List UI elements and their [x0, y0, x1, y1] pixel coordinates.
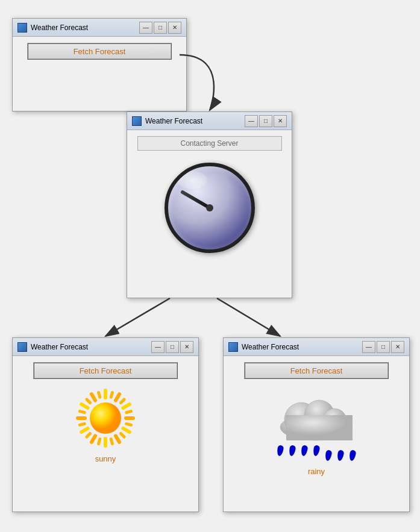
window-top-left: Weather Forecast — □ ✕ Fetch Forecast [12, 18, 187, 111]
title-bar-bottom-right: Weather Forecast — □ ✕ [224, 338, 409, 356]
svg-line-13 [121, 399, 124, 403]
close-btn-bottom-left[interactable]: ✕ [180, 341, 193, 353]
window-bottom-right: Weather Forecast — □ ✕ Fetch Forecast [223, 337, 410, 512]
arrow-middle-to-bottom-right [217, 298, 280, 336]
maximize-btn-bottom-right[interactable]: □ [377, 341, 390, 353]
title-text-top-left: Weather Forecast [31, 23, 139, 32]
svg-rect-29 [286, 415, 353, 440]
loading-gauge [165, 163, 255, 253]
sun-graphic [75, 388, 136, 448]
raindrop-6 [337, 449, 345, 461]
svg-line-22 [87, 399, 90, 403]
title-bar-middle: Weather Forecast — □ ✕ [127, 112, 292, 130]
raindrop-2 [289, 445, 296, 456]
maximize-btn-middle[interactable]: □ [259, 115, 272, 127]
gauge-center [206, 204, 213, 211]
close-btn-middle[interactable]: ✕ [274, 115, 287, 127]
window-icon-bottom-left [17, 342, 27, 352]
rain-drops [277, 445, 356, 461]
window-bottom-left: Weather Forecast — □ ✕ Fetch Forecast [12, 337, 199, 512]
window-controls-top-left: — □ ✕ [139, 22, 181, 34]
arrow-middle-to-bottom-left [105, 298, 170, 336]
svg-line-7 [92, 436, 95, 442]
content-middle: Contacting Server [127, 130, 292, 268]
title-text-bottom-right: Weather Forecast [242, 343, 362, 351]
svg-point-24 [90, 402, 121, 434]
svg-line-23 [99, 392, 100, 397]
svg-line-5 [116, 436, 119, 442]
maximize-btn-top-left[interactable]: □ [154, 22, 167, 34]
svg-line-16 [121, 433, 124, 437]
cloud-weather-icon [230, 379, 403, 464]
minimize-btn-top-left[interactable]: — [139, 22, 152, 34]
svg-line-4 [123, 428, 129, 432]
svg-line-20 [80, 424, 84, 425]
window-icon-bottom-right [228, 342, 238, 352]
svg-line-1 [116, 394, 119, 400]
gauge-container [133, 154, 286, 262]
svg-line-14 [127, 412, 131, 413]
raindrop-4 [313, 445, 321, 456]
fetch-forecast-btn-top-left[interactable]: Fetch Forecast [27, 43, 172, 60]
content-top-left: Fetch Forecast [13, 37, 186, 66]
window-controls-bottom-left: — □ ✕ [151, 341, 193, 353]
svg-line-21 [80, 412, 84, 413]
window-controls-middle: — □ ✕ [245, 115, 287, 127]
svg-line-18 [99, 439, 100, 444]
title-text-middle: Weather Forecast [145, 117, 245, 125]
svg-line-10 [81, 404, 87, 408]
window-icon-middle [132, 116, 142, 126]
fetch-forecast-btn-bottom-right[interactable]: Fetch Forecast [244, 362, 389, 379]
svg-line-8 [81, 428, 87, 432]
raindrop-1 [277, 445, 284, 456]
window-icon-top-left [17, 23, 27, 33]
status-display: Contacting Server [137, 136, 282, 151]
close-btn-bottom-right[interactable]: ✕ [391, 341, 404, 353]
cloud-svg [268, 388, 365, 442]
content-bottom-left: Fetch Forecast [13, 356, 198, 469]
title-text-bottom-left: Weather Forecast [31, 343, 151, 351]
svg-line-19 [87, 433, 90, 437]
close-btn-top-left[interactable]: ✕ [168, 22, 181, 34]
window-controls-bottom-right: — □ ✕ [362, 341, 404, 353]
svg-line-12 [111, 392, 112, 397]
weather-label-sunny: sunny [19, 454, 192, 463]
svg-line-15 [127, 424, 131, 425]
sun-svg [75, 388, 136, 448]
minimize-btn-bottom-right[interactable]: — [362, 341, 375, 353]
title-bar-bottom-left: Weather Forecast — □ ✕ [13, 338, 198, 356]
raindrop-5 [325, 449, 333, 461]
minimize-btn-middle[interactable]: — [245, 115, 258, 127]
fetch-forecast-btn-bottom-left[interactable]: Fetch Forecast [33, 362, 178, 379]
minimize-btn-bottom-left[interactable]: — [151, 341, 165, 353]
maximize-btn-bottom-left[interactable]: □ [166, 341, 179, 353]
svg-line-11 [92, 394, 95, 400]
window-middle: Weather Forecast — □ ✕ Contacting Server [127, 111, 292, 298]
content-bottom-right: Fetch Forecast [224, 356, 409, 482]
svg-line-2 [123, 404, 129, 408]
raindrop-3 [301, 445, 309, 456]
svg-line-17 [111, 439, 112, 444]
weather-label-rainy: rainy [230, 467, 403, 476]
title-bar-top-left: Weather Forecast — □ ✕ [13, 19, 186, 37]
sun-weather-icon [19, 379, 192, 451]
raindrop-7 [349, 449, 357, 461]
